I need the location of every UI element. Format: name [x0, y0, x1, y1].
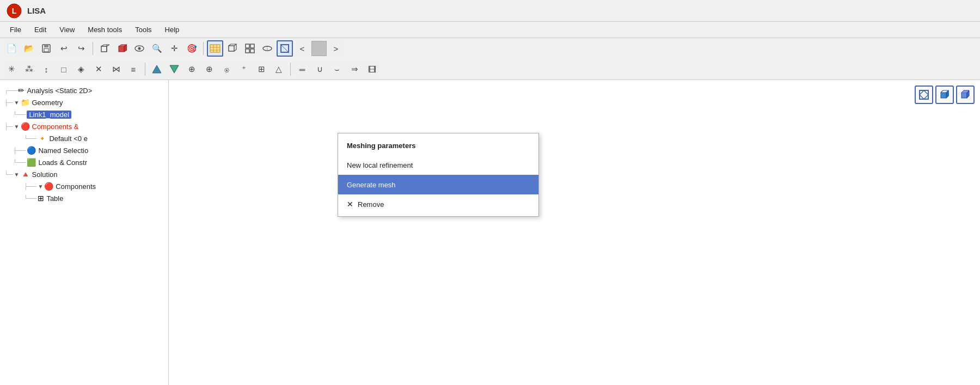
sol-table-label: Table [46, 194, 63, 203]
mesh-display-button[interactable] [207, 40, 223, 57]
connect-button[interactable]: ⋈ [108, 61, 124, 77]
link1model-label: Link1_model [27, 111, 71, 119]
edge-button[interactable]: ↕ [38, 61, 54, 77]
save-button[interactable] [38, 40, 54, 57]
svg-rect-17 [229, 46, 234, 51]
redo-button[interactable]: ↪ [73, 40, 89, 57]
components-label: Components & [32, 123, 79, 131]
ctx-generate-mesh[interactable]: Generate mesh [338, 175, 538, 194]
list-button[interactable]: ≡ [125, 61, 142, 77]
default-icon: 🔸 [38, 134, 47, 143]
analysis-icon: ✏ [18, 86, 24, 95]
svg-marker-31 [946, 90, 948, 98]
ctx-remove[interactable]: ✕ Remove [338, 194, 538, 214]
toolbar-row-2: ✳ ⁂ ↕ □ ◈ ✕ ⋈ ≡ ⊕ ⊕ ⍟ ⁺ ⊞ △ ═ ∪ ⌣ ⇒ 🎞 [0, 59, 980, 80]
view-3d-button[interactable] [935, 85, 954, 104]
prev-button[interactable]: < [294, 40, 310, 57]
view-isometric-button[interactable] [915, 85, 933, 104]
tree-item-analysis[interactable]: ┌── ✏ Analysis <Static 2D> [2, 84, 166, 96]
menu-edit[interactable]: Edit [29, 23, 52, 36]
spring-element-button[interactable]: ⊕ [201, 61, 217, 77]
svg-text:L: L [12, 7, 17, 15]
search-button[interactable]: 🔍 [149, 40, 165, 57]
toolbar-area: 📄 📂 ↩ ↪ 🔍 ✛ 🎯 [0, 38, 980, 80]
menu-help[interactable]: Help [160, 23, 185, 36]
rect-button[interactable]: □ [56, 61, 72, 77]
tree-item-sol-table[interactable]: └── ⊞ Table [2, 192, 166, 204]
canvas-area: Meshing parameters New local refinement … [169, 80, 980, 385]
svg-point-11 [138, 47, 141, 50]
menu-mesh-tools[interactable]: Mesh tools [82, 23, 127, 36]
view-controls [915, 85, 975, 104]
tb-sep-1 [93, 42, 93, 55]
isometric-button[interactable] [277, 40, 293, 57]
tri-mesh2-button[interactable] [166, 61, 182, 77]
dot-plus-button[interactable]: ⁺ [236, 61, 252, 77]
tree-item-sol-components[interactable]: ├── ▼ 🔴 Components [2, 180, 166, 192]
svg-line-25 [281, 45, 289, 52]
move-button[interactable]: ✛ [166, 40, 182, 57]
namedsel-icon: 🔵 [27, 146, 36, 155]
components-icon: 🔴 [21, 122, 30, 131]
svg-rect-5 [101, 46, 107, 52]
nodes-all-button[interactable]: ✳ [3, 61, 20, 77]
loads-label: Loads & Constr [38, 158, 87, 167]
svg-marker-26 [152, 65, 161, 73]
target-button[interactable]: 🎯 [183, 40, 200, 57]
next-button[interactable]: > [328, 40, 344, 57]
geometry-icon: 📁 [21, 98, 30, 107]
new-button[interactable]: 📄 [3, 40, 20, 57]
ctx-remove-label: Remove [358, 200, 384, 209]
menu-file[interactable]: File [4, 23, 27, 36]
quad-view-button[interactable] [242, 40, 258, 57]
app-title-text: LISA [27, 6, 46, 15]
tri-mesh-button[interactable] [149, 61, 165, 77]
view-3d-filled[interactable] [114, 40, 130, 57]
tree-item-geometry[interactable]: ├─ ▼ 📁 Geometry [2, 96, 166, 108]
geometry-expand: ▼ [14, 100, 20, 106]
svg-rect-18 [246, 44, 249, 48]
cube-wire-button[interactable] [224, 40, 241, 57]
bowl-button[interactable]: ⌣ [329, 61, 345, 77]
undo-button[interactable]: ↩ [56, 40, 72, 57]
view-3d-box[interactable] [96, 40, 113, 57]
tree-item-components[interactable]: ├─ ▼ 🔴 Components & [2, 120, 166, 132]
equals-button[interactable]: ═ [294, 61, 310, 77]
tree-item-solution[interactable]: └─ ▼ 🔺 Solution [2, 168, 166, 180]
view-perspective-button[interactable] [956, 85, 975, 104]
tree-item-default[interactable]: └── 🔸 Default <0 e [2, 132, 166, 144]
open-button[interactable]: 📂 [21, 40, 37, 57]
analysis-label: Analysis <Static 2D> [27, 87, 92, 95]
menu-tools[interactable]: Tools [130, 23, 157, 36]
grid-button[interactable]: ⊞ [253, 61, 270, 77]
sol-components-label: Components [56, 182, 96, 191]
tri-outline-button[interactable]: △ [271, 61, 287, 77]
filmstrip-button[interactable]: 🎞 [364, 61, 380, 77]
plane-button[interactable] [259, 40, 275, 57]
tree-item-loads[interactable]: └── 🟩 Loads & Constr [2, 156, 166, 168]
solution-expand: ▼ [14, 172, 20, 178]
menu-view[interactable]: View [54, 23, 80, 36]
app-logo: L [7, 3, 22, 19]
ctx-generate-mesh-label: Generate mesh [347, 181, 396, 189]
node-select-button[interactable]: ⁂ [21, 61, 37, 77]
svg-rect-30 [941, 93, 946, 98]
delete-button[interactable]: ✕ [90, 61, 107, 77]
tree-item-namedsel[interactable]: ├── 🔵 Named Selectio [2, 144, 166, 156]
curve-button[interactable]: ∪ [311, 61, 328, 77]
ctx-meshing-params: Meshing parameters [338, 136, 538, 155]
sol-components-expand: ▼ [38, 184, 43, 190]
main-area: ┌── ✏ Analysis <Static 2D> ├─ ▼ 📁 Geomet… [0, 80, 980, 385]
svg-rect-28 [920, 90, 928, 99]
sphere-button[interactable]: ◈ [73, 61, 89, 77]
geometry-label: Geometry [32, 99, 63, 107]
ctx-new-local-refinement[interactable]: New local refinement [338, 155, 538, 175]
arrow2-button[interactable]: ⇒ [346, 61, 363, 77]
solution-icon: 🔺 [21, 170, 30, 179]
fork-button[interactable]: ⍟ [218, 61, 235, 77]
tree-item-link1model[interactable]: └── Link1_model [2, 108, 166, 120]
tb-sep-2 [203, 42, 204, 55]
loads-icon: 🟩 [27, 158, 36, 167]
eye-button[interactable] [131, 40, 148, 57]
extrude-button[interactable]: ⊕ [183, 61, 200, 77]
